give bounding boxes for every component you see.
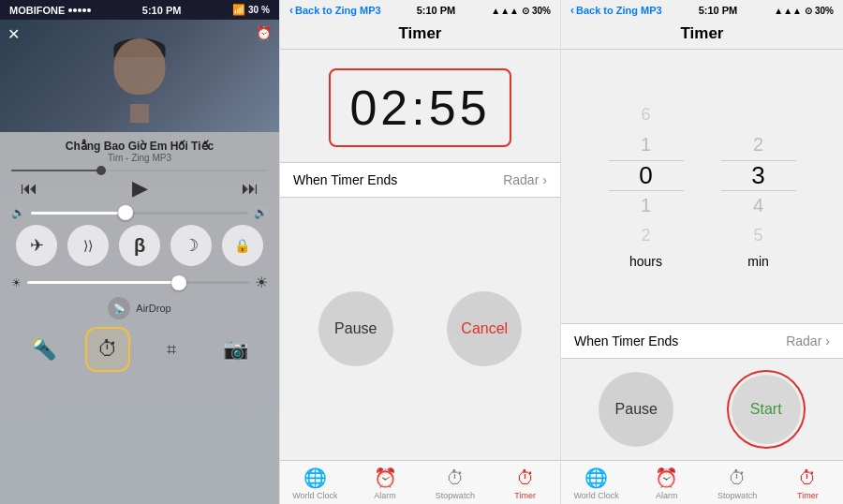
airdrop-row[interactable]: 📡 AirDrop xyxy=(11,297,268,319)
volume-row: 🔈 🔊 xyxy=(11,206,268,219)
when-timer-ends-row-mid[interactable]: When Timer Ends Radar › xyxy=(280,162,560,198)
hours-item-faded-1: 1 xyxy=(609,130,684,160)
airdrop-label: AirDrop xyxy=(136,303,170,314)
tab-world-clock-mid[interactable]: 🌐 World Clock xyxy=(280,467,350,500)
timer-label-mid: Timer xyxy=(514,491,536,500)
when-timer-value-right[interactable]: Radar › xyxy=(786,334,830,348)
status-icons-mid: ▲▲▲ ⊙ 30% xyxy=(491,6,551,16)
mins-picker[interactable]: 2 3 4 5 min xyxy=(702,100,815,273)
hours-unit-label: hours xyxy=(629,254,662,269)
signal-right: ▲▲▲ xyxy=(774,6,802,16)
when-timer-ends-row-right[interactable]: When Timer Ends Radar › xyxy=(561,323,843,359)
play-button[interactable]: ▶ xyxy=(132,176,148,200)
battery-right: 30% xyxy=(815,6,834,16)
back-button-mid[interactable]: ‹ Back to Zing MP3 xyxy=(289,4,381,17)
time-right: 5:10 PM xyxy=(699,5,738,16)
fast-forward-button[interactable]: ⏭ xyxy=(242,179,259,199)
wifi-status-icon: 📶 xyxy=(232,4,245,16)
timer-icon-right: ⏱ xyxy=(798,467,817,489)
when-timer-label-right: When Timer Ends xyxy=(574,334,678,348)
music-title: Chẳng Bao Giờ Em Hối Tiếc xyxy=(11,140,268,153)
pause-button-right[interactable]: Pause xyxy=(599,372,673,447)
tab-bar-mid: 🌐 World Clock ⏰ Alarm ⏱ Stopwatch ⏱ Time… xyxy=(280,460,560,504)
music-artist: Tim - Zing MP3 xyxy=(11,153,268,163)
back-chevron-mid: ‹ xyxy=(289,4,293,17)
battery-mid: 30% xyxy=(532,6,551,16)
world-clock-icon-right: 🌐 xyxy=(584,467,608,489)
stopwatch-label-right: Stopwatch xyxy=(717,491,757,500)
bluetooth-toggle-button[interactable]: β xyxy=(119,225,160,266)
cancel-button-mid[interactable]: Cancel xyxy=(447,291,522,366)
status-icons-right: ▲▲▲ ⊙ 30% xyxy=(774,6,834,16)
back-label-right: Back to Zing MP3 xyxy=(576,5,662,16)
when-timer-value-mid[interactable]: Radar › xyxy=(503,172,547,187)
tab-timer-right[interactable]: ⏱ Timer xyxy=(773,467,843,500)
back-button-right[interactable]: ‹ Back to Zing MP3 xyxy=(570,4,662,17)
battery-label: 30 xyxy=(248,5,259,15)
airplane-mode-button[interactable]: ✈ xyxy=(16,225,57,266)
status-bar-right: ‹ Back to Zing MP3 5:10 PM ▲▲▲ ⊙ 30% xyxy=(561,0,843,21)
battery-pct-sign: % xyxy=(261,5,270,15)
time-left: 5:10 PM xyxy=(142,5,182,16)
status-right: 📶 30 % xyxy=(232,4,270,16)
timer-button[interactable]: ⏱ xyxy=(85,327,130,372)
calculator-button[interactable]: ⌗ xyxy=(149,327,194,372)
start-button[interactable]: Start xyxy=(732,375,801,444)
brightness-slider[interactable] xyxy=(27,281,249,284)
mins-item-faded-5: 5 xyxy=(721,220,796,250)
mins-item-faded-1 xyxy=(721,100,796,130)
dnd-toggle-button[interactable]: ☽ xyxy=(170,225,212,266)
tab-world-clock-right[interactable]: 🌐 World Clock xyxy=(561,467,631,500)
stopwatch-label-mid: Stopwatch xyxy=(436,491,475,500)
music-info: Chẳng Bao Giờ Em Hối Tiếc Tim - Zing MP3 xyxy=(11,140,268,163)
tab-stopwatch-right[interactable]: ⏱ Stopwatch xyxy=(702,467,773,500)
alarm-top-icon[interactable]: ⏰ xyxy=(256,25,272,40)
hours-item-faded-2: 1 xyxy=(609,191,684,221)
bottom-icon-row: 🔦 ⏱ ⌗ 📷 xyxy=(11,323,268,372)
pause-button-mid[interactable]: Pause xyxy=(318,291,393,366)
brightness-high-icon: ☀ xyxy=(255,274,268,291)
album-art: ✕ ⏰ xyxy=(0,20,279,132)
world-clock-label-mid: World Clock xyxy=(292,491,337,500)
start-button-wrapper: Start xyxy=(727,370,806,449)
flashlight-button[interactable]: 🔦 xyxy=(21,327,66,372)
airdrop-icon: 📡 xyxy=(108,297,130,319)
progress-track[interactable] xyxy=(11,170,268,171)
wifi-mid: ⊙ xyxy=(522,6,529,16)
alarm-label-mid: Alarm xyxy=(374,491,396,500)
status-bar-left: MOBIFONE 5:10 PM 📶 30 % xyxy=(0,0,279,20)
mid-panel: ‹ Back to Zing MP3 5:10 PM ▲▲▲ ⊙ 30% Tim… xyxy=(279,0,561,504)
wifi-toggle-button[interactable]: ⟩⟩ xyxy=(67,225,109,266)
signal-mid: ▲▲▲ xyxy=(491,6,519,16)
volume-low-icon: 🔈 xyxy=(11,206,25,219)
hours-item-faded-3: 2 xyxy=(609,220,684,250)
alarm-label-right: Alarm xyxy=(656,491,678,500)
stopwatch-icon-mid: ⏱ xyxy=(446,467,465,489)
timer-icon-mid: ⏱ xyxy=(516,467,535,489)
back-label-mid: Back to Zing MP3 xyxy=(295,5,381,16)
hours-picker[interactable]: 6 1 0 1 2 hours xyxy=(590,100,702,273)
playback-controls: ⏮ ▶ ⏭ xyxy=(11,174,268,202)
control-center: Chẳng Bao Giờ Em Hối Tiếc Tim - Zing MP3… xyxy=(0,132,279,504)
camera-button[interactable]: 📷 xyxy=(214,327,259,372)
tab-stopwatch-mid[interactable]: ⏱ Stopwatch xyxy=(421,467,491,500)
volume-slider[interactable] xyxy=(31,212,248,215)
world-clock-label-right: World Clock xyxy=(573,491,618,500)
rewind-button[interactable]: ⏮ xyxy=(21,179,37,199)
mins-item-faded-4: 4 xyxy=(721,191,796,221)
rotation-lock-button[interactable]: 🔒 xyxy=(222,225,263,266)
tab-timer-mid[interactable]: ⏱ Timer xyxy=(490,467,560,500)
when-timer-label-mid: When Timer Ends xyxy=(293,172,397,187)
alarm-icon-mid: ⏰ xyxy=(374,467,397,489)
timer-header-mid: Timer xyxy=(280,21,560,50)
time-mid: 5:10 PM xyxy=(417,5,456,16)
status-bar-mid: ‹ Back to Zing MP3 5:10 PM ▲▲▲ ⊙ 30% xyxy=(280,0,560,21)
close-button[interactable]: ✕ xyxy=(7,25,20,43)
brightness-low-icon: ☀ xyxy=(11,276,22,289)
tab-alarm-mid[interactable]: ⏰ Alarm xyxy=(350,467,421,500)
timer-display-area: 02:55 xyxy=(280,50,560,162)
tab-bar-right: 🌐 World Clock ⏰ Alarm ⏱ Stopwatch ⏱ Time… xyxy=(561,460,843,504)
picker-area[interactable]: 6 1 0 1 2 hours 2 3 4 5 min xyxy=(561,50,843,323)
toggle-row: ✈ ⟩⟩ β ☽ 🔒 xyxy=(11,225,268,266)
tab-alarm-right[interactable]: ⏰ Alarm xyxy=(631,467,702,500)
